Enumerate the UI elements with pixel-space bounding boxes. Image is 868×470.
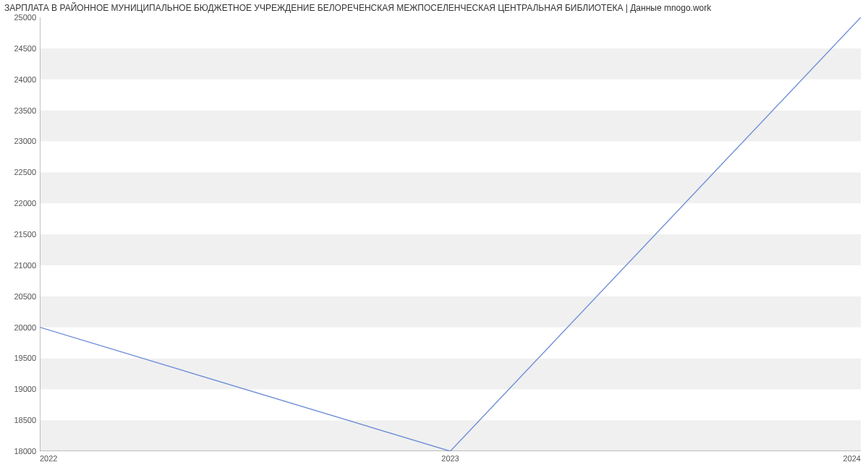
grid-bands — [40, 17, 861, 451]
y-tick-label: 18000 — [4, 447, 36, 456]
chart-title: ЗАРПЛАТА В РАЙОННОЕ МУНИЦИПАЛЬНОЕ БЮДЖЕТ… — [4, 3, 711, 13]
svg-rect-4 — [40, 296, 861, 328]
plot-area — [40, 17, 861, 451]
svg-rect-0 — [40, 420, 861, 451]
y-tick-label: 20000 — [4, 323, 36, 332]
y-tick-label: 23000 — [4, 137, 36, 145]
x-tick-label: 2022 — [40, 454, 57, 463]
y-tick-label: 22500 — [4, 168, 36, 176]
x-tick-label: 2023 — [441, 454, 459, 463]
svg-rect-7 — [40, 203, 861, 234]
svg-rect-9 — [40, 141, 861, 172]
svg-rect-6 — [40, 234, 861, 265]
svg-rect-10 — [40, 111, 861, 142]
y-tick-label: 19500 — [4, 354, 36, 362]
y-tick-label: 20500 — [4, 292, 36, 301]
y-tick-label: 25000 — [4, 13, 36, 22]
y-tick-label: 21000 — [4, 261, 36, 270]
x-tick-label: 2024 — [843, 454, 861, 463]
svg-rect-12 — [40, 48, 861, 80]
y-tick-label: 18500 — [4, 416, 36, 424]
y-tick-label: 24000 — [4, 75, 36, 84]
svg-rect-8 — [40, 172, 861, 203]
svg-rect-3 — [40, 328, 861, 359]
svg-rect-1 — [40, 389, 861, 420]
svg-rect-11 — [40, 80, 861, 111]
svg-rect-5 — [40, 265, 861, 296]
chart-container: ЗАРПЛАТА В РАЙОННОЕ МУНИЦИПАЛЬНОЕ БЮДЖЕТ… — [0, 0, 868, 470]
y-tick-label: 24500 — [4, 44, 36, 53]
y-tick-label: 21500 — [4, 230, 36, 239]
y-tick-label: 23500 — [4, 106, 36, 115]
y-tick-label: 19000 — [4, 385, 36, 393]
svg-rect-2 — [40, 358, 861, 389]
svg-rect-13 — [40, 17, 861, 48]
y-tick-label: 22000 — [4, 199, 36, 208]
chart-svg — [40, 17, 861, 451]
